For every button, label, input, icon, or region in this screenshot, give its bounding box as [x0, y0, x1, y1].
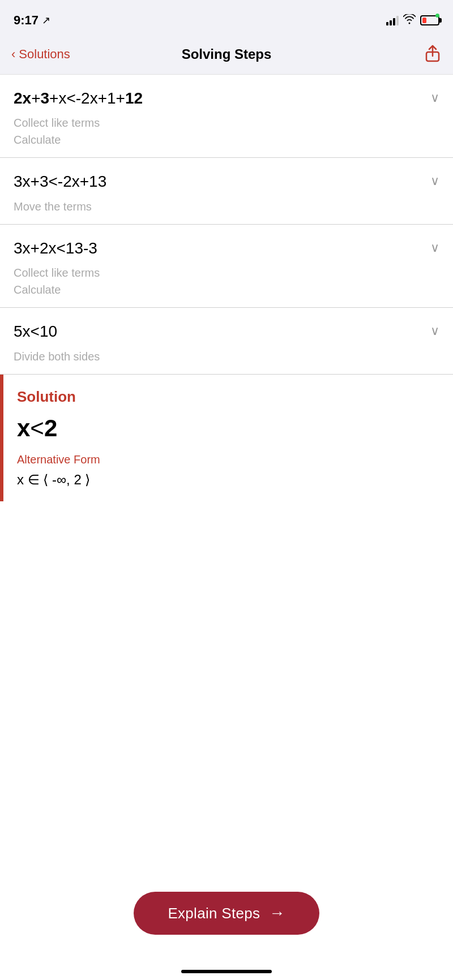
wifi-icon [403, 14, 416, 27]
nav-bar: ‹ Solutions Solving Steps [0, 34, 453, 75]
step-4-description: Divide both sides [14, 348, 439, 365]
explain-steps-button[interactable]: Explain Steps → [134, 892, 319, 935]
step-2-equation: 3x+3<-2x+13 [14, 171, 430, 192]
step-4-equation: 5x<10 [14, 321, 430, 342]
back-button[interactable]: ‹ Solutions [11, 47, 70, 62]
step-1-equation: 2x+3+x<-2x+1+12 [14, 88, 430, 109]
step-4-header: 5x<10 ∨ [14, 321, 439, 342]
chevron-left-icon: ‹ [11, 48, 15, 61]
chevron-down-icon-1[interactable]: ∨ [430, 91, 439, 105]
share-button[interactable] [424, 44, 442, 65]
chevron-down-icon-3[interactable]: ∨ [430, 240, 439, 255]
battery-icon [420, 15, 439, 25]
page-title: Solving Steps [182, 46, 272, 62]
status-time: 9:17 [14, 13, 39, 28]
main-content: 2x+3+x<-2x+1+12 ∨ Collect like termsCalc… [0, 75, 453, 980]
step-4[interactable]: 5x<10 ∨ Divide both sides [0, 308, 453, 374]
step-3-equation: 3x+2x<13-3 [14, 238, 430, 259]
signal-icon [386, 15, 399, 25]
explain-steps-label: Explain Steps [168, 905, 260, 922]
step-3-description: Collect like termsCalculate [14, 264, 439, 298]
alt-form-equation: x ∈ ⟨ -∞, 2 ⟩ [17, 472, 439, 488]
share-icon [424, 44, 442, 62]
status-icons [386, 14, 439, 27]
step-1-description: Collect like termsCalculate [14, 114, 439, 148]
chevron-down-icon-2[interactable]: ∨ [430, 174, 439, 188]
step-2[interactable]: 3x+3<-2x+13 ∨ Move the terms [0, 158, 453, 224]
alt-form-label: Alternative Form [17, 453, 439, 466]
step-3[interactable]: 3x+2x<13-3 ∨ Collect like termsCalculate [0, 225, 453, 308]
step-2-header: 3x+3<-2x+13 ∨ [14, 171, 439, 192]
step-1[interactable]: 2x+3+x<-2x+1+12 ∨ Collect like termsCalc… [0, 75, 453, 158]
solution-label: Solution [17, 388, 439, 406]
step-3-header: 3x+2x<13-3 ∨ [14, 238, 439, 259]
step-2-description: Move the terms [14, 198, 439, 215]
status-bar: 9:17 ↗ [0, 0, 453, 34]
chevron-down-icon-4[interactable]: ∨ [430, 324, 439, 338]
button-area: Explain Steps → [0, 880, 453, 946]
arrow-icon: → [269, 904, 285, 922]
location-icon: ↗ [42, 14, 50, 27]
solution-section: Solution x<2 Alternative Form x ∈ ⟨ -∞, … [0, 375, 453, 501]
back-label: Solutions [19, 47, 70, 62]
solution-equation: x<2 [17, 415, 439, 442]
step-1-header: 2x+3+x<-2x+1+12 ∨ [14, 88, 439, 109]
home-indicator [181, 970, 272, 973]
